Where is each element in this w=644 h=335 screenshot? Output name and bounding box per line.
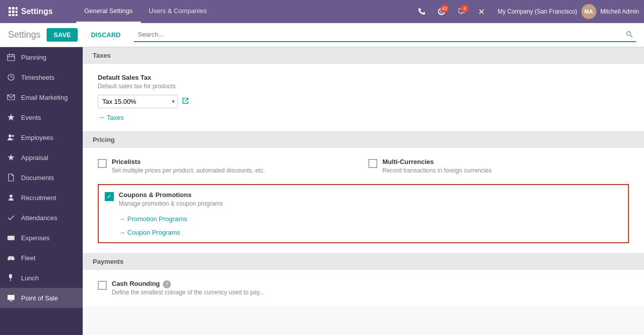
activity-icon[interactable]: 42	[434, 4, 450, 20]
events-icon	[6, 112, 16, 122]
company-info: My Company (San Francisco)	[498, 8, 577, 15]
default-sales-tax-label: Default Sales Tax	[98, 74, 629, 81]
cash-rounding-help-icon[interactable]: ?	[163, 280, 171, 288]
sidebar-item-lunch[interactable]: Lunch	[0, 268, 83, 288]
save-button[interactable]: SAVE	[47, 28, 78, 42]
settings-content: Taxes Default Sales Tax Default sales ta…	[83, 47, 644, 335]
employees-icon	[6, 132, 16, 142]
multi-currencies-desc: Record transactions in foreign currencie…	[382, 167, 629, 174]
coupons-desc: Manage promotion & coupon programs	[119, 200, 622, 207]
sidebar-item-point-of-sale[interactable]: Point of Sale	[0, 288, 83, 308]
sidebar-label-point-of-sale: Point of Sale	[21, 294, 58, 302]
tab-users-companies[interactable]: Users & Companies	[141, 0, 215, 23]
tax-external-link-icon[interactable]	[182, 97, 189, 106]
taxes-arrow-icon: →	[98, 113, 105, 121]
cash-rounding-title: Cash Rounding	[112, 280, 160, 287]
appraisal-icon	[6, 152, 16, 162]
coupon-programs-text: Coupon Programs	[127, 229, 180, 236]
pricelists-option: Pricelists Set multiple prices per produ…	[98, 158, 358, 174]
sidebar-item-email-marketing[interactable]: Email Marketing	[0, 87, 83, 107]
coupons-checkbox[interactable]	[105, 192, 114, 201]
multi-currencies-checkbox[interactable]	[368, 159, 377, 168]
taxes-link-text: Taxes	[107, 114, 124, 121]
nav-actions: 42 4 ✕ My Company (San Francisco) MA Mit…	[413, 4, 639, 20]
cash-rounding-checkbox[interactable]	[98, 281, 107, 290]
sidebar-item-recruitment[interactable]: Recruitment	[0, 188, 83, 208]
svg-point-19	[12, 135, 14, 137]
svg-rect-4	[12, 11, 15, 13]
sidebar-label-events: Events	[21, 114, 41, 121]
svg-point-26	[13, 259, 14, 261]
documents-icon	[6, 173, 16, 183]
coupon-programs-link[interactable]: → Coupon Programs	[119, 229, 622, 236]
sidebar-label-timesheets: Timesheets	[21, 74, 55, 81]
svg-line-35	[185, 98, 188, 101]
sidebar-label-fleet: Fleet	[21, 254, 36, 262]
sidebar-label-expenses: Expenses	[21, 234, 50, 242]
coupons-title: Coupons & Promotions	[119, 191, 622, 199]
sidebar-item-expenses[interactable]: Expenses	[0, 228, 83, 248]
search-input[interactable]	[134, 28, 636, 42]
chat-icon[interactable]: 4	[454, 4, 470, 20]
sidebar-item-documents[interactable]: Documents	[0, 168, 83, 188]
promotion-programs-text: Promotion Programs	[127, 215, 187, 223]
svg-rect-32	[9, 298, 10, 299]
top-navigation: Settings General Settings Users & Compan…	[0, 0, 644, 23]
sidebar-item-appraisal[interactable]: Appraisal	[0, 147, 83, 168]
svg-rect-3	[9, 11, 11, 13]
sidebar-label-email-marketing: Email Marketing	[21, 94, 68, 101]
taxes-link[interactable]: → Taxes	[98, 113, 629, 121]
lunch-icon	[6, 273, 16, 283]
tax-select-row: Tax 15.00%	[98, 95, 629, 108]
payments-section-content: Cash Rounding ? Define the smallest coin…	[83, 270, 644, 306]
svg-rect-33	[11, 298, 12, 299]
grid-menu-icon[interactable]	[5, 4, 21, 20]
sidebar: Planning Timesheets Email Marketing Even…	[0, 47, 83, 335]
sidebar-label-attendances: Attendances	[21, 214, 57, 222]
svg-rect-29	[9, 296, 10, 297]
search-container	[134, 28, 636, 42]
user-avatar[interactable]: MA	[581, 4, 596, 19]
sidebar-label-recruitment: Recruitment	[21, 194, 56, 202]
expenses-icon	[6, 233, 16, 243]
pricelists-desc: Set multiple prices per product, automat…	[112, 167, 358, 174]
search-icon	[626, 31, 633, 39]
tax-select-wrapper: Tax 15.00%	[98, 95, 178, 108]
svg-rect-30	[11, 296, 12, 297]
pricelists-title: Pricelists	[112, 158, 358, 165]
svg-rect-7	[12, 14, 15, 16]
payments-section-header: Payments	[83, 253, 644, 270]
pricelists-checkbox[interactable]	[98, 159, 107, 168]
page-title: Settings	[8, 30, 41, 40]
chat-badge: 4	[461, 5, 469, 13]
pricing-section-content: Pricelists Set multiple prices per produ…	[83, 148, 644, 253]
sidebar-label-employees: Employees	[21, 134, 53, 141]
sidebar-item-employees[interactable]: Employees	[0, 127, 83, 147]
point-of-sale-icon	[6, 293, 16, 303]
sidebar-item-timesheets[interactable]: Timesheets	[0, 67, 83, 87]
promotion-programs-link[interactable]: → Promotion Programs	[119, 215, 622, 223]
timesheets-icon	[6, 72, 16, 82]
activity-badge: 42	[441, 5, 449, 13]
svg-rect-34	[10, 300, 13, 301]
close-icon[interactable]: ✕	[474, 4, 490, 20]
taxes-section-header: Taxes	[83, 47, 644, 64]
discard-button[interactable]: DISCARD	[84, 28, 127, 42]
coupons-promotions-option: Coupons & Promotions Manage promotion & …	[98, 184, 629, 243]
sidebar-label-documents: Documents	[21, 174, 54, 182]
cash-rounding-option: Cash Rounding ? Define the smallest coin…	[98, 280, 629, 296]
svg-point-18	[9, 134, 12, 137]
sidebar-item-planning[interactable]: Planning	[0, 47, 83, 67]
phone-icon[interactable]	[413, 4, 430, 20]
nav-tabs: General Settings Users & Companies	[76, 0, 214, 23]
sidebar-label-appraisal: Appraisal	[21, 154, 48, 161]
sidebar-item-fleet[interactable]: Fleet	[0, 248, 83, 268]
promotion-arrow-icon: →	[119, 215, 125, 223]
sidebar-item-attendances[interactable]: Attendances	[0, 208, 83, 228]
tax-select[interactable]: Tax 15.00%	[98, 95, 178, 108]
tab-general-settings[interactable]: General Settings	[76, 0, 141, 23]
sidebar-item-events[interactable]: Events	[0, 107, 83, 127]
svg-marker-17	[8, 114, 15, 121]
fleet-icon	[6, 253, 16, 263]
taxes-section-content: Default Sales Tax Default sales tax for …	[83, 64, 644, 131]
